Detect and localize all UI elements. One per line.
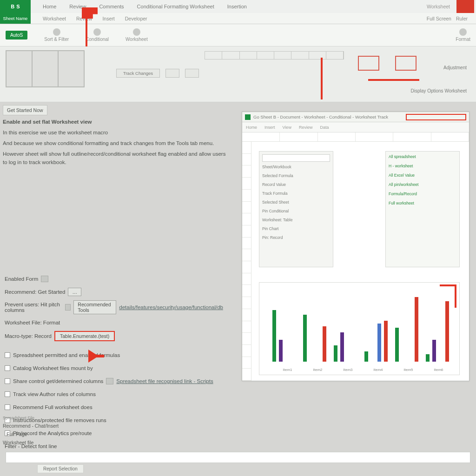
find-result[interactable]: All Excel Value <box>389 173 456 179</box>
menu-item[interactable]: Conditional Formatting Worksheet <box>137 4 214 9</box>
annotation-bracket <box>440 284 456 286</box>
demo-window: Go Sheet B - Document - Worksheet - Cond… <box>242 112 469 381</box>
ribbon-label: Sort & Filter <box>44 37 69 42</box>
close-button[interactable] <box>456 0 474 13</box>
chart-bar <box>384 321 388 362</box>
gallery-button[interactable] <box>185 69 199 78</box>
option-label: Worksheet File: Format <box>5 320 60 325</box>
work-surface: Get Started Now Enable and set flat Work… <box>0 102 476 476</box>
chart-bar <box>377 324 381 362</box>
find-result[interactable]: All pin/worksheet <box>389 182 456 189</box>
annotation-arrow-horizontal <box>368 79 419 81</box>
macro-type-field[interactable]: Table.Enumerate.(test) <box>54 331 115 341</box>
nav-item[interactable]: Track Formula <box>262 191 330 198</box>
ribbon-tab[interactable]: Developer <box>125 16 147 21</box>
floorplan-thumbnail[interactable] <box>6 50 85 87</box>
footer-heading: Spreadsheet File <box>3 416 226 420</box>
link-icon[interactable] <box>106 378 113 384</box>
autosum-button[interactable]: AutoS <box>6 31 27 40</box>
nav-search-input[interactable] <box>262 154 330 162</box>
chart-bar <box>395 328 399 362</box>
ribbon-icon[interactable] <box>133 28 140 36</box>
option-label: Macro-type: Record <box>5 333 52 339</box>
option-value-pill[interactable]: … <box>68 288 81 296</box>
menu-item[interactable]: Home <box>43 4 56 9</box>
file-tab[interactable]: Sheet Name <box>0 13 31 24</box>
nav-item[interactable]: Pin: Record <box>262 235 330 242</box>
gallery-button[interactable] <box>165 69 179 78</box>
instruction-text: And because we show conditional formatti… <box>3 139 230 148</box>
demo-ribbon-tab[interactable]: Review <box>299 125 313 130</box>
nav-item[interactable]: Worksheet: Table <box>262 218 330 224</box>
checkbox[interactable] <box>5 391 10 397</box>
footer-label: Worksheet file <box>3 440 33 445</box>
formula-bar[interactable] <box>6 452 470 463</box>
ribbon-right-item[interactable]: Full Screen <box>427 16 451 21</box>
chart-x-label: Item2 <box>313 368 322 372</box>
gallery-button[interactable]: Track Changes <box>116 69 160 78</box>
chart-bar <box>279 340 283 362</box>
nav-item[interactable]: Selected Sheet <box>262 200 330 206</box>
demo-ribbon-tab[interactable]: Insert <box>264 125 275 130</box>
info-icon[interactable] <box>41 276 48 282</box>
checkbox[interactable] <box>5 365 10 371</box>
find-panel: All spreadsheet H - worksheet All Excel … <box>385 151 460 267</box>
demo-ribbon-tab[interactable]: Data <box>320 125 329 130</box>
ribbon-icon[interactable] <box>53 28 60 36</box>
ribbon-label: Conditional <box>86 37 109 42</box>
demo-ribbon-tab[interactable]: Home <box>246 125 257 130</box>
title-bar: B S Home Review Comments Conditional For… <box>0 0 476 13</box>
chart-bar <box>426 354 430 362</box>
chart-bar <box>323 326 326 362</box>
columns-icon[interactable] <box>65 304 71 311</box>
ribbon-label: Format <box>456 37 470 42</box>
find-result[interactable]: Full worksheet <box>389 201 456 207</box>
ribbon-icon[interactable] <box>93 28 101 36</box>
chart-x-label: Item3 <box>343 368 352 372</box>
navigation-panel: Sheet/Workbook Selected Formula Record V… <box>259 151 333 267</box>
instruction-text: However sheet will show full outline/rec… <box>3 150 230 167</box>
app-letter-1: B <box>11 4 14 9</box>
instruction-tag: Get Started Now <box>3 105 47 115</box>
footer-label: Full Page <box>7 431 27 437</box>
demo-ribbon-tab[interactable]: View <box>283 125 291 130</box>
ribbon-icon[interactable] <box>459 28 467 36</box>
checkbox[interactable] <box>5 378 10 384</box>
ribbon-tab[interactable]: Insert <box>102 16 114 21</box>
nav-item[interactable]: Pin Chart <box>262 226 330 233</box>
demo-title-text: Go Sheet B - Document - Worksheet - Cond… <box>253 114 388 119</box>
find-result[interactable]: Formula/Record <box>389 192 456 198</box>
instruction-block: Get Started Now Enable and set flat Work… <box>3 105 230 169</box>
embedded-chart[interactable]: Item1Item2Item3Item4Item5Item6 <box>259 282 460 375</box>
nav-item[interactable]: Pin Conditional <box>262 209 330 215</box>
chart-bar <box>303 315 307 362</box>
nav-item[interactable]: Sheet/Workbook <box>262 165 330 171</box>
checkbox-label: Share control get/determined columns <box>13 378 103 384</box>
checkbox[interactable] <box>5 404 10 410</box>
ribbon-label: Worksheet <box>126 37 148 42</box>
menu-item[interactable]: Comments <box>99 4 124 9</box>
nav-item[interactable]: Record Value <box>262 182 330 189</box>
ribbon-right-item[interactable]: Ruler <box>456 16 468 21</box>
app-letter-2: S <box>16 4 20 9</box>
menu-item[interactable]: Review <box>69 4 86 9</box>
option-pill[interactable]: Recommended Tools <box>73 300 116 314</box>
ribbon-tab[interactable]: Review <box>76 16 92 21</box>
find-result[interactable]: All spreadsheet <box>389 154 456 161</box>
app-menu-button[interactable]: B S <box>0 0 31 13</box>
demo-body: Sheet/Workbook Selected Formula Record V… <box>242 132 469 381</box>
option-link[interactable]: details/features/security/usage/function… <box>119 304 223 310</box>
find-result[interactable]: H - worksheet <box>389 164 456 170</box>
chart-bar <box>432 340 436 362</box>
option-label: Enabled Form <box>5 276 38 282</box>
checkbox[interactable] <box>5 352 10 358</box>
gallery-side-label: Display Options Worksheet <box>411 88 467 93</box>
ribbon-tab[interactable]: Worksheet <box>43 16 66 21</box>
menu-item[interactable]: Insertion <box>227 4 247 9</box>
sheet-tab[interactable]: Report Selection <box>37 464 84 473</box>
nav-item[interactable]: Selected Formula <box>262 173 330 180</box>
annotation-highlight-box <box>406 114 466 120</box>
instruction-text: In this exercise we use the worksheet ma… <box>3 129 230 137</box>
footer-pill[interactable]: Recommend - Chat/Insert <box>3 423 59 429</box>
checkbox-link[interactable]: Spreadsheet file recognised link - Scrip… <box>116 378 213 384</box>
